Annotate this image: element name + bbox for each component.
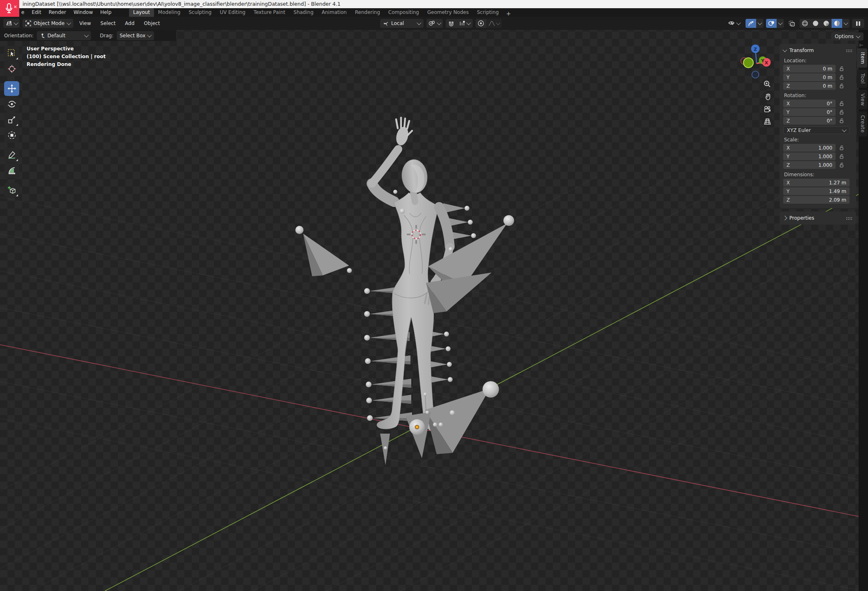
viewport-canvas[interactable] (0, 17, 859, 591)
location-y-field[interactable]: Y0 m (783, 73, 836, 81)
show-gizmo-toggle[interactable] (746, 19, 756, 28)
menu-add[interactable]: Add (122, 20, 138, 26)
proportional-editing-toggle[interactable] (476, 19, 486, 28)
rotation-x-field[interactable]: X0° (783, 100, 836, 107)
sidebar-tab-tool[interactable]: Tool (857, 70, 867, 87)
tool-select-box[interactable] (4, 46, 19, 61)
tool-move[interactable] (4, 81, 19, 96)
panel-drag-handle[interactable] (846, 49, 852, 52)
sidebar-tab-create[interactable]: Create (857, 111, 867, 136)
tool-measure[interactable] (4, 163, 19, 178)
scale-z-field[interactable]: Z1.000 (783, 161, 836, 169)
properties-panel-header[interactable]: Properties (783, 214, 852, 223)
floating-bone-spike[interactable] (295, 226, 352, 276)
mode-select[interactable]: Object Mode (23, 19, 73, 28)
dimensions-z-field[interactable]: Z2.09 m (783, 196, 850, 204)
xray-toggle[interactable] (786, 19, 797, 28)
location-z-field[interactable]: Z0 m (783, 82, 836, 90)
menu-select[interactable]: Select (97, 20, 119, 26)
toggle-ortho-button[interactable] (762, 116, 773, 127)
object-origin-dot[interactable] (415, 425, 419, 429)
hip-bone-cones[interactable] (426, 215, 514, 313)
location-x-field[interactable]: X0 m (783, 65, 836, 73)
proportional-falloff-select[interactable] (486, 19, 502, 28)
workspace-tab-geometry-nodes[interactable]: Geometry Nodes (423, 8, 473, 17)
shading-solid-button[interactable] (810, 19, 821, 28)
menu-file-partial[interactable]: e (20, 8, 28, 17)
shading-material-button[interactable] (821, 19, 832, 28)
dimensions-y-field[interactable]: Y1.49 m (783, 187, 850, 195)
lock-open-icon[interactable] (839, 118, 844, 123)
menu-window[interactable]: Window (70, 8, 96, 17)
options-dropdown[interactable]: Options (831, 32, 863, 41)
menu-render[interactable]: Render (45, 8, 70, 17)
pause-button[interactable] (852, 19, 864, 28)
viewport-3d[interactable] (0, 17, 859, 591)
lock-open-icon[interactable] (839, 75, 844, 80)
sidebar-tab-view[interactable]: View (857, 90, 867, 109)
snap-target-select[interactable] (456, 19, 473, 28)
lock-open-icon[interactable] (839, 101, 844, 106)
snap-toggle[interactable] (446, 19, 456, 28)
scale-y-field[interactable]: Y1.000 (783, 152, 836, 160)
tool-cursor[interactable] (4, 61, 19, 76)
pan-button[interactable] (762, 91, 773, 102)
tool-rotate[interactable] (4, 97, 19, 111)
transform-panel-header[interactable]: Transform (783, 46, 852, 55)
close-icon[interactable]: × (14, 4, 17, 9)
menu-edit[interactable]: Edit (28, 8, 45, 17)
workspace-tab-rendering[interactable]: Rendering (351, 8, 384, 17)
workspace-tab-layout[interactable]: Layout (129, 8, 154, 17)
workspace-tab-texture-paint[interactable]: Texture Paint (249, 8, 289, 17)
camera-view-button[interactable] (762, 104, 773, 115)
show-object-types-select[interactable] (725, 19, 743, 28)
menu-help[interactable]: Help (97, 8, 115, 17)
figure-head[interactable] (400, 158, 429, 194)
zoom-button[interactable] (761, 78, 773, 89)
workspace-tab-scripting[interactable]: Scripting (473, 8, 503, 17)
tool-transform[interactable] (4, 128, 19, 143)
rotation-y-field[interactable]: Y0° (783, 108, 836, 116)
scale-x-field[interactable]: X1.000 (783, 144, 836, 152)
menu-view[interactable]: View (76, 20, 94, 26)
shading-rendered-button[interactable] (832, 19, 842, 28)
tool-scale[interactable] (4, 112, 19, 127)
add-workspace-button[interactable]: + (503, 10, 514, 17)
shading-wireframe-button[interactable] (800, 19, 810, 28)
tool-add-cube[interactable] (4, 183, 19, 198)
gizmo-dropdown[interactable] (756, 19, 764, 28)
workspace-tab-modeling[interactable]: Modeling (154, 8, 185, 17)
recorder-badge[interactable]: × (0, 0, 19, 17)
workspace-tab-animation[interactable]: Animation (317, 8, 351, 17)
drag-select[interactable]: Select Box (117, 31, 154, 40)
workspace-tab-shading[interactable]: Shading (290, 8, 318, 17)
panel-drag-handle[interactable] (846, 217, 852, 220)
shading-dropdown[interactable] (842, 19, 850, 28)
orientation-select[interactable]: Default (37, 31, 91, 40)
lock-open-icon[interactable] (839, 109, 844, 115)
lock-open-icon[interactable] (839, 145, 844, 150)
lock-open-icon[interactable] (839, 154, 844, 159)
workspace-tab-sculpting[interactable]: Sculpting (184, 8, 215, 17)
pivot-point-select[interactable] (426, 19, 443, 28)
show-overlays-toggle[interactable] (766, 19, 777, 28)
rotation-z-field[interactable]: Z0° (783, 117, 836, 125)
gizmo-axis-neg-z[interactable] (752, 71, 759, 78)
workspace-tab-uv-editing[interactable]: UV Editing (216, 8, 250, 17)
menu-object[interactable]: Object (141, 20, 163, 26)
sidebar-tab-item[interactable]: Item (857, 48, 867, 68)
lock-open-icon[interactable] (839, 83, 844, 89)
editor-type-select[interactable] (3, 19, 20, 28)
nav-gizmo[interactable]: Z Y X (735, 36, 784, 85)
transform-orientation-select[interactable]: Local (380, 19, 424, 28)
tool-annotate[interactable] (4, 148, 19, 162)
sidebar-collapse-icon[interactable]: ⊢ (859, 43, 863, 48)
lock-open-icon[interactable] (839, 66, 844, 71)
dimensions-x-field[interactable]: X1.27 m (783, 179, 850, 186)
gizmo-axis-neg-y[interactable] (743, 58, 753, 68)
rotation-mode-select[interactable]: XYZ Euler (783, 126, 850, 134)
window-title-bar: iningDataset [\\wsl.localhost\Ubuntu\hom… (0, 0, 868, 8)
overlays-dropdown[interactable] (777, 19, 784, 28)
lock-open-icon[interactable] (839, 162, 844, 168)
workspace-tab-compositing[interactable]: Compositing (384, 8, 423, 17)
